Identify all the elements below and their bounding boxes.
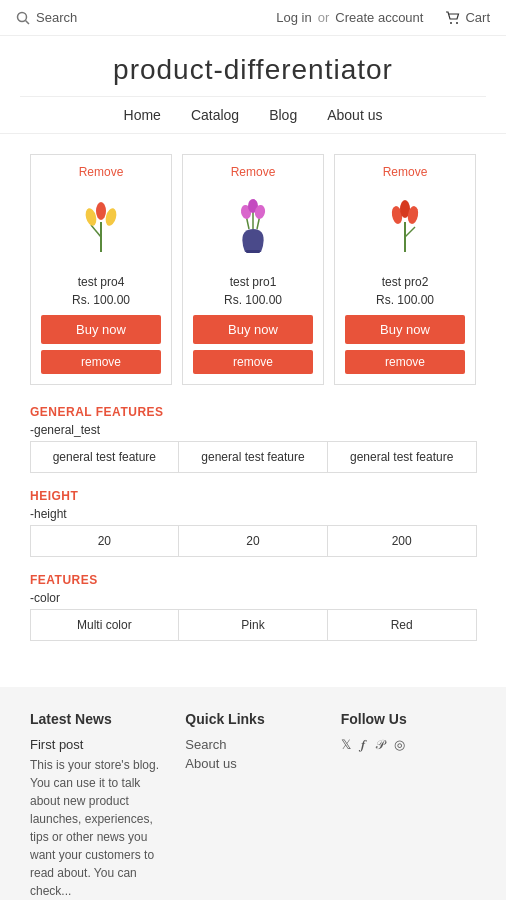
product-image-2 [213,187,293,267]
remove-link-3[interactable]: Remove [345,165,465,179]
height-cell-2: 20 [178,525,328,557]
height-cell-3: 200 [327,525,477,557]
buy-button-3[interactable]: Buy now [345,315,465,344]
instagram-icon[interactable]: ◎ [394,737,405,753]
remove-button-3[interactable]: remove [345,350,465,374]
search-icon [16,11,30,25]
product-card-2: Remove test pro1 Rs. 100.00 Buy now remo… [182,154,324,385]
top-bar: Search Log in or Create account Cart [0,0,506,36]
svg-point-6 [84,207,98,227]
general-features-sub: -general_test [30,423,476,437]
product-card-3: Remove test pro2 Rs. 100.00 Buy now remo… [334,154,476,385]
products-grid: Remove test pro4 Rs. 100.00 Buy now remo… [30,154,476,385]
nav-home[interactable]: Home [124,107,161,123]
cart-icon [445,11,461,25]
svg-line-17 [405,227,415,237]
pinterest-icon[interactable]: 𝒫 [375,737,384,753]
color-features-group: FEATURES -color Multi color Pink Red [30,573,476,641]
product-image-3 [365,187,445,267]
product-price-2: Rs. 100.00 [193,293,313,307]
main-nav: Home Catalog Blog About us [0,97,506,134]
nav-about[interactable]: About us [327,107,382,123]
product-name-2: test pro1 [193,275,313,289]
height-features-row: 20 20 200 [30,525,476,557]
nav-catalog[interactable]: Catalog [191,107,239,123]
color-features-sub: -color [30,591,476,605]
footer-about-link[interactable]: About us [185,756,320,771]
footer-links-title: Quick Links [185,711,320,727]
footer-follow-col: Follow Us 𝕏 𝒇 𝒫 ◎ [341,711,476,900]
product-name-3: test pro2 [345,275,465,289]
color-cell-1: Multi color [30,609,180,641]
features-section: GENERAL FEATURES -general_test general t… [0,395,506,677]
svg-point-2 [450,22,452,24]
color-cell-3: Red [327,609,477,641]
remove-link-2[interactable]: Remove [193,165,313,179]
svg-point-8 [104,207,118,227]
svg-line-1 [26,20,30,24]
social-icons: 𝕏 𝒇 𝒫 ◎ [341,737,476,757]
twitter-icon[interactable]: 𝕏 [341,737,351,753]
footer-grid: Latest News First post This is your stor… [30,711,476,900]
cart-label[interactable]: Cart [465,10,490,25]
product-price-1: Rs. 100.00 [41,293,161,307]
svg-point-7 [96,202,106,220]
footer-search-link[interactable]: Search [185,737,320,752]
login-link[interactable]: Log in [276,10,311,25]
nav-blog[interactable]: Blog [269,107,297,123]
facebook-icon[interactable]: 𝒇 [361,737,365,753]
footer-follow-title: Follow Us [341,711,476,727]
height-cell-1: 20 [30,525,180,557]
buy-button-2[interactable]: Buy now [193,315,313,344]
svg-line-5 [91,225,101,237]
cart-area[interactable]: Cart [445,10,490,25]
product-image-1 [61,187,141,267]
product-name-1: test pro4 [41,275,161,289]
search-area[interactable]: Search [16,10,77,25]
color-features-title: FEATURES [30,573,476,587]
general-cell-3: general test feature [327,441,477,473]
create-account-link[interactable]: Create account [335,10,423,25]
footer-news-col: Latest News First post This is your stor… [30,711,165,900]
footer-post-text: This is your store's blog. You can use i… [30,756,165,900]
general-features-title: GENERAL FEATURES [30,405,476,419]
remove-link-1[interactable]: Remove [41,165,161,179]
color-cell-2: Pink [178,609,328,641]
footer-post-title: First post [30,737,165,752]
general-features-group: GENERAL FEATURES -general_test general t… [30,405,476,473]
height-features-group: HEIGHT -height 20 20 200 [30,489,476,557]
buy-button-1[interactable]: Buy now [41,315,161,344]
remove-button-1[interactable]: remove [41,350,161,374]
general-cell-2: general test feature [178,441,328,473]
footer-news-title: Latest News [30,711,165,727]
footer-links-col: Quick Links Search About us [185,711,320,900]
color-features-row: Multi color Pink Red [30,609,476,641]
svg-point-3 [456,22,458,24]
account-area: Log in or Create account Cart [276,10,490,25]
svg-point-0 [18,12,27,21]
general-cell-1: general test feature [30,441,180,473]
svg-rect-9 [246,250,260,253]
products-section: Remove test pro4 Rs. 100.00 Buy now remo… [0,134,506,395]
search-label[interactable]: Search [36,10,77,25]
height-features-title: HEIGHT [30,489,476,503]
footer: Latest News First post This is your stor… [0,687,506,900]
product-price-3: Rs. 100.00 [345,293,465,307]
site-title: product-differentiator [0,36,506,96]
product-card-1: Remove test pro4 Rs. 100.00 Buy now remo… [30,154,172,385]
general-features-row: general test feature general test featur… [30,441,476,473]
height-features-sub: -height [30,507,476,521]
remove-button-2[interactable]: remove [193,350,313,374]
separator: or [318,10,330,25]
